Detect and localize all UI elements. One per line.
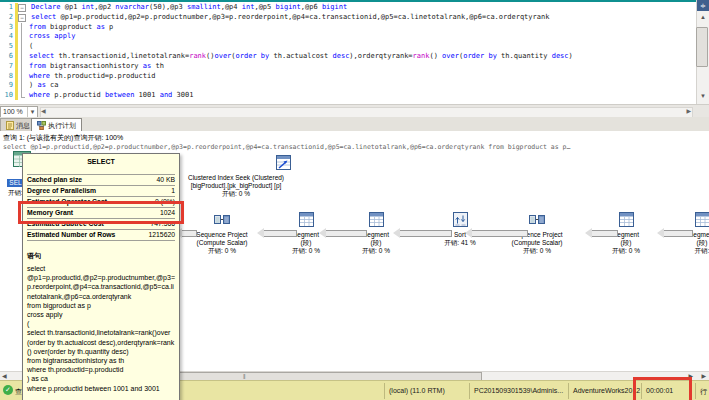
code-line[interactable]: 10where p.productid between 1001 and 300… <box>0 91 694 101</box>
tooltip-row-value: 1 <box>171 186 175 196</box>
scroll-right-icon[interactable]: ▶ <box>701 372 706 380</box>
segment-icon <box>695 212 709 231</box>
code-area[interactable]: 1−Declare @p1 int,@p2 nvarchar(50),@p3 s… <box>0 3 694 101</box>
tooltip-row: Estimated Number of Rows1215620 <box>27 230 175 241</box>
code-line[interactable]: 9) as ca <box>0 81 694 91</box>
code-text: Declare @p1 int,@p2 nvarchar(50),@p3 sma… <box>31 3 347 13</box>
editor-vertical-scrollbar[interactable]: ≑ ▲ ▼ <box>696 0 709 104</box>
zoom-value: 100 % <box>3 108 23 115</box>
operator-label: (Compute Scalar) <box>180 239 264 247</box>
fold-indicator-icon[interactable]: − <box>18 14 26 22</box>
ssms-window: 1−Declare @p1 int,@p2 nvarchar(50),@p3 s… <box>0 0 709 400</box>
edited-lines-bar <box>15 3 18 100</box>
operator-label: (段) <box>660 239 709 247</box>
fold-indicator-icon <box>18 91 26 101</box>
operator-label: (段) <box>584 239 668 247</box>
status-row-count: 行 <box>700 387 707 397</box>
operator-label: 开销: 41 % <box>418 239 502 247</box>
splitter-icon[interactable]: ≑ <box>697 0 709 11</box>
sql-editor[interactable]: 1−Declare @p1 int,@p2 nvarchar(50),@p3 s… <box>0 0 709 104</box>
code-text: ( <box>29 42 33 52</box>
plan-arrow[interactable] <box>181 230 197 237</box>
code-line[interactable]: 1−Declare @p1 int,@p2 nvarchar(50),@p3 s… <box>0 3 694 13</box>
status-separator <box>469 383 470 399</box>
scroll-left-icon[interactable]: ◀ <box>2 372 7 380</box>
tooltip-row-label: Degree of Parallelism <box>27 186 96 196</box>
line-number: 4 <box>0 32 13 42</box>
scroll-left-icon[interactable]: ◀ <box>41 107 46 116</box>
results-tabbar: 消息 执行计划 <box>0 117 709 132</box>
editor-bottom-bar: 100 % ▾ ◀ ▶ <box>0 104 709 118</box>
plan-arrow[interactable] <box>325 230 367 237</box>
plan-arrow[interactable] <box>591 230 618 237</box>
line-number: 3 <box>0 23 13 33</box>
line-number: 2 <box>0 13 13 23</box>
code-text: where p.productid between 1001 and 3001 <box>29 91 193 101</box>
status-separator <box>568 383 569 399</box>
fold-indicator-icon <box>18 62 26 72</box>
line-number: 5 <box>0 42 13 52</box>
status-database: AdventureWorks2012 <box>573 387 640 394</box>
line-number: 8 <box>0 72 13 82</box>
segment-icon <box>369 212 384 231</box>
line-number: 1 <box>0 3 13 13</box>
tooltip-title: SELECT <box>27 158 175 165</box>
chevron-down-icon[interactable]: ▾ <box>27 107 37 117</box>
code-line[interactable]: 3from bigproduct as p <box>0 23 694 33</box>
plan-arrow[interactable] <box>399 230 452 237</box>
tooltip-row-value: 40 KB <box>156 175 175 185</box>
operator-label: 开销: 0 % <box>495 247 579 255</box>
scroll-up-icon[interactable]: ▲ <box>699 14 707 20</box>
tooltip-statement-label: 语句 <box>27 251 175 261</box>
sequence-project-icon <box>529 212 545 231</box>
code-text: select th.transactionid,linetotalrank=ra… <box>29 52 573 62</box>
code-line[interactable]: 4cross apply <box>0 32 694 42</box>
code-line[interactable]: 2−select @p1=p.productid,@p2=p.productnu… <box>0 13 694 23</box>
operator-label: 开销: 0 % <box>334 247 418 255</box>
fold-indicator-icon <box>18 32 26 42</box>
tooltip-row-value: 1215620 <box>149 230 175 240</box>
tooltip-row-label: Estimated Number of Rows <box>27 230 115 240</box>
code-text: cross apply <box>29 32 75 42</box>
scroll-down-icon[interactable]: ▼ <box>699 93 707 99</box>
fold-indicator-icon <box>18 23 26 33</box>
query-success-icon: ✓ <box>3 385 13 395</box>
status-separator <box>695 383 696 399</box>
line-number: 7 <box>0 62 13 72</box>
line-number: 10 <box>0 91 13 101</box>
tooltip-statement: select @p1=p.productid,@p2=p.productnumb… <box>27 264 175 393</box>
tooltip-row: Cached plan size40 KB <box>27 174 175 186</box>
status-server: (local) (11.0 RTM) <box>389 387 445 394</box>
code-line[interactable]: 5( <box>0 42 694 52</box>
line-number: 9 <box>0 81 13 91</box>
window-top-strip <box>0 0 709 2</box>
code-text: from bigtransactionhistory as th <box>29 62 164 72</box>
operator-label: 开销: <box>660 247 709 255</box>
code-line[interactable]: 8where th.productid=p.productid <box>0 72 694 82</box>
sequence-project-icon <box>214 212 230 231</box>
plan-arrow[interactable] <box>471 230 528 237</box>
plan-arrow[interactable] <box>663 230 693 237</box>
code-text: select @p1=p.productid,@p2=p.productnumb… <box>31 13 549 23</box>
fold-indicator-icon <box>18 72 26 82</box>
segment-icon <box>299 212 314 231</box>
fold-indicator-icon[interactable]: − <box>18 4 26 12</box>
operator-tooltip: SELECT Cached plan size40 KBDegree of Pa… <box>22 153 180 400</box>
operator-label: (Compute Scalar) <box>495 239 579 247</box>
elapsed-time-highlight-box <box>633 377 692 400</box>
code-line[interactable]: 6select th.transactionid,linetotalrank=r… <box>0 52 694 62</box>
code-line[interactable]: 7from bigtransactionhistory as th <box>0 62 694 72</box>
code-text: from bigproduct as p <box>29 23 113 33</box>
code-text: where th.productid=p.productid <box>29 72 155 82</box>
fold-indicator-icon <box>18 42 26 52</box>
execution-plan-icon <box>37 121 46 130</box>
vscroll-thumb[interactable] <box>696 27 708 67</box>
tooltip-row-label: Cached plan size <box>27 175 82 185</box>
line-number: 6 <box>0 52 13 62</box>
operator-label: 开销: 0 % <box>584 247 668 255</box>
operator-label: (段) <box>334 239 418 247</box>
scroll-right-icon[interactable]: ▶ <box>686 107 691 116</box>
plan-arrow[interactable] <box>263 230 297 237</box>
messages-icon <box>6 121 14 130</box>
code-text: ) as ca <box>29 81 59 91</box>
